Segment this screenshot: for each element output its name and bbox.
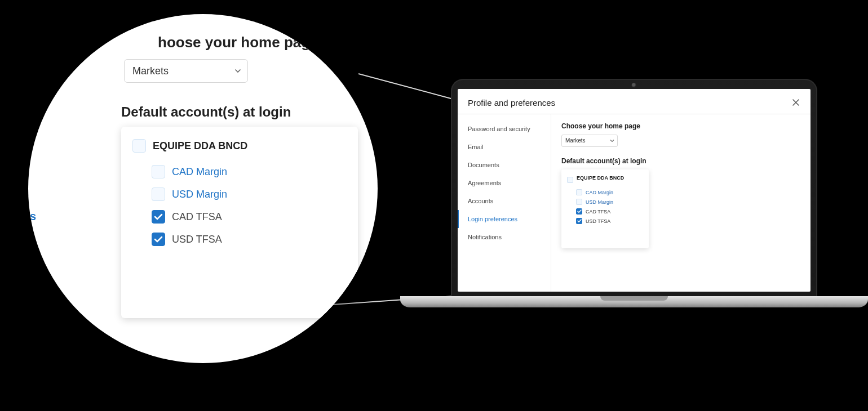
home-page-select-value: Markets	[561, 135, 618, 147]
zoom-account-checkbox-usd-tfsa[interactable]	[152, 233, 165, 246]
zoom-group-checkbox[interactable]	[132, 139, 146, 153]
accounts-panel: EQUIPE DDA BNCD CAD Margin USD Margin	[561, 169, 649, 248]
sidebar-item-email[interactable]: Email	[468, 138, 551, 156]
laptop-mockup: Profile and preferences Password and sec…	[451, 79, 817, 315]
home-page-label: Choose your home page	[561, 122, 800, 130]
account-checkbox-usd-tfsa[interactable]	[576, 218, 582, 224]
account-row: USD TFSA	[567, 216, 643, 226]
camera-icon	[632, 83, 637, 88]
account-label: CAD TFSA	[586, 209, 610, 215]
laptop-screen: Profile and preferences Password and sec…	[458, 89, 811, 292]
account-checkbox-usd-margin[interactable]	[576, 199, 582, 205]
zoom-account-checkbox-cad-margin[interactable]	[152, 165, 165, 178]
zoom-sidebar-fragment: es	[28, 210, 36, 223]
zoom-account-label: USD TFSA	[172, 234, 222, 245]
sidebar-item-password-security[interactable]: Password and security	[468, 120, 551, 138]
zoom-home-page-value: Markets	[124, 59, 248, 83]
sidebar-item-accounts[interactable]: Accounts	[468, 192, 551, 210]
account-label: CAD Margin	[586, 190, 613, 195]
check-icon	[577, 209, 582, 213]
magnifier: hoose your home pag Markets Default acco…	[28, 14, 378, 363]
main-pane: Choose your home page Markets Default ac…	[551, 114, 811, 292]
check-icon	[154, 236, 163, 243]
close-icon	[792, 99, 799, 106]
sidebar-item-agreements[interactable]: Agreements	[468, 174, 551, 192]
zoom-group-title: EQUIPE DDA BNCD	[153, 140, 247, 152]
zoom-home-page-label: hoose your home pag	[158, 34, 310, 51]
default-accounts-label: Default account(s) at login	[561, 157, 800, 165]
zoom-default-accounts-label: Default account(s) at login	[121, 104, 291, 120]
account-row: CAD Margin	[567, 187, 643, 197]
dialog-title: Profile and preferences	[468, 98, 555, 108]
group-checkbox[interactable]	[567, 177, 573, 183]
dialog-header: Profile and preferences	[458, 89, 811, 114]
account-label: USD TFSA	[586, 218, 610, 224]
account-checkbox-cad-tfsa[interactable]	[576, 208, 582, 215]
zoom-accounts-panel: EQUIPE DDA BNCD CAD Margin USD Margin CA…	[121, 127, 358, 318]
check-icon	[577, 219, 582, 223]
account-row: CAD TFSA	[567, 207, 643, 216]
sidebar-item-notifications[interactable]: Notifications	[468, 228, 551, 246]
home-page-select[interactable]: Markets	[561, 135, 618, 147]
zoom-account-row: USD TFSA	[132, 228, 347, 251]
check-icon	[154, 213, 163, 221]
zoom-account-label: CAD TFSA	[172, 211, 222, 223]
account-row: USD Margin	[567, 197, 643, 207]
account-group-title: EQUIPE DDA BNCD	[577, 175, 624, 181]
sidebar-nav: Password and security Email Documents Ag…	[458, 114, 551, 292]
zoom-home-page-select[interactable]: Markets	[124, 59, 248, 83]
zoom-account-label: USD Margin	[172, 189, 227, 200]
sidebar-item-documents[interactable]: Documents	[468, 156, 551, 174]
sidebar-item-login-preferences[interactable]: Login preferences	[458, 210, 551, 228]
close-button[interactable]	[790, 97, 801, 108]
zoom-account-row: CAD Margin	[132, 160, 347, 183]
zoom-account-label: CAD Margin	[172, 166, 227, 178]
account-checkbox-cad-margin[interactable]	[576, 189, 582, 195]
account-label: USD Margin	[586, 199, 613, 205]
zoom-account-checkbox-usd-margin[interactable]	[152, 187, 165, 201]
zoom-account-checkbox-cad-tfsa[interactable]	[152, 210, 165, 224]
zoom-account-row: CAD TFSA	[132, 206, 347, 228]
zoom-account-row: USD Margin	[132, 183, 347, 206]
